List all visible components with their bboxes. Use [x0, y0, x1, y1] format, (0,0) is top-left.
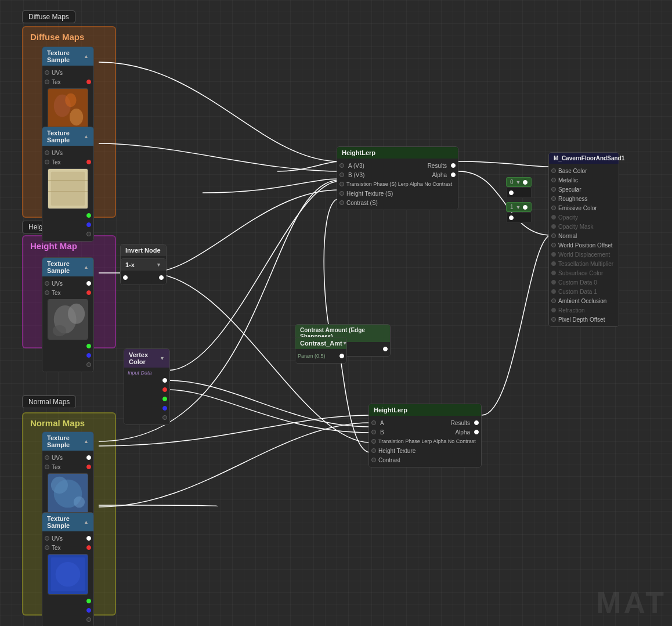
- ts5-tex-row: Tex: [42, 543, 93, 552]
- value-0-node[interactable]: 0 ▼: [506, 177, 532, 198]
- ts1-tex-row: Tex: [42, 77, 93, 87]
- onex-in-pin: [123, 275, 128, 280]
- hl1-trans-row: Transistion Phase (S) Lerp Alpha No Cont…: [337, 179, 458, 189]
- material-header: M_CavernFloorAndSand1: [549, 153, 619, 164]
- height-lerp-2-body: A Results B Alpha Transistion Phase Lerp…: [369, 416, 481, 467]
- mat-opacitymask: Opacity Mask: [549, 222, 619, 231]
- one-minus-x-node[interactable]: 1-x ▼: [120, 258, 167, 285]
- texture-sample-2-node[interactable]: Texture Sample ▲ UVs Tex: [42, 127, 94, 242]
- val1-out2: [509, 215, 514, 220]
- ts2-uvs-row: UVs: [42, 148, 93, 157]
- contrast-param-header: Contrast_Amt ▼: [295, 337, 346, 349]
- ts2-tex-pin: [45, 160, 49, 164]
- ts5-out-row: [42, 596, 93, 606]
- mat-basecolor-pin: [551, 168, 556, 173]
- mat-opacitymask-pin: [551, 224, 556, 229]
- mat-ao-pin: [551, 298, 556, 303]
- mat-worlddisp-pin: [551, 252, 556, 257]
- vc-out-white: [124, 376, 169, 385]
- mat-normal-pin: [551, 233, 556, 238]
- mat-worlddisp: World Displacement: [549, 250, 619, 259]
- mat-opacity-pin: [551, 215, 556, 220]
- texture-sample-1-arrow: ▲: [84, 53, 89, 59]
- material-node[interactable]: M_CavernFloorAndSand1 Base Color Metalli…: [548, 152, 619, 327]
- ts5-out-mask: [86, 617, 91, 622]
- texture-sample-4-arrow: ▲: [84, 438, 89, 444]
- one-minus-x-body: [121, 271, 166, 285]
- svg-point-3: [65, 93, 76, 107]
- ts1-uvs-row: UVs: [42, 68, 93, 77]
- mat-subsurface-pin: [551, 271, 556, 275]
- ts4-uvs-out: [86, 455, 91, 460]
- ts2-out-row: [42, 211, 93, 220]
- hl1-a-in: [339, 163, 344, 168]
- ca-out-pin: [383, 347, 388, 351]
- mat-custom1-pin: [551, 289, 556, 294]
- ts1-tex-pin: [45, 80, 49, 84]
- ts3-out-row: [42, 341, 93, 351]
- hl1-b-in: [339, 172, 344, 177]
- ts1-uvs-pin: [45, 70, 49, 75]
- vertex-color-header: Vertex Color ▼: [124, 349, 169, 368]
- hl1-contrast-row: Contrast (S): [337, 198, 458, 207]
- ts4-texture-preview: [48, 473, 88, 514]
- diffuse-maps-title: Diffuse Maps: [30, 32, 84, 42]
- ts3-out-blue: [86, 353, 91, 358]
- ts2-out-blue: [86, 222, 91, 227]
- ts4-tex-row: Tex: [42, 462, 93, 472]
- contrast-param-node[interactable]: Contrast_Amt ▼ Param (0.5): [295, 337, 347, 364]
- watermark: MAT: [596, 585, 666, 620]
- vc-white-pin: [162, 378, 167, 383]
- diffuse-maps-tab[interactable]: Diffuse Maps: [22, 10, 75, 23]
- mat-ao: Ambient Occlusion: [549, 296, 619, 305]
- svg-point-2: [70, 109, 83, 125]
- normal-maps-title: Normal Maps: [30, 418, 85, 428]
- ts5-out-blue: [86, 608, 91, 613]
- height-lerp-2-node[interactable]: HeightLerp A Results B Alpha Transistion…: [368, 404, 482, 467]
- vertex-color-node[interactable]: Vertex Color ▼ Input Data: [124, 348, 170, 425]
- vc-red-pin: [162, 387, 167, 392]
- normal-maps-tab[interactable]: Normal Maps: [22, 395, 76, 408]
- ts3-uvs-row: UVs: [42, 279, 93, 288]
- ts3-uvs-out: [86, 281, 91, 286]
- hl1-b-row: B (V3) Alpha: [337, 170, 458, 179]
- texture-sample-2-header: Texture Sample ▲: [42, 127, 93, 146]
- cp-label-row: Param (0.5): [295, 351, 346, 361]
- ts5-uvs-out: [86, 536, 91, 541]
- mat-normal: Normal: [549, 231, 619, 240]
- mat-emissive: Emissive Color: [549, 203, 619, 213]
- ts3-texture-preview: [48, 299, 88, 340]
- ts3-tex-out: [86, 290, 91, 295]
- svg-point-10: [68, 304, 85, 324]
- ts2-tex-row: Tex: [42, 157, 93, 167]
- vc-out-green: [124, 394, 169, 404]
- texture-sample-5-arrow: ▲: [84, 519, 89, 525]
- invert-node-header: Invert Node: [121, 244, 166, 256]
- mat-worldpos-pin: [551, 243, 556, 247]
- texture-sample-5-header: Texture Sample ▲: [42, 513, 93, 531]
- onex-pin-row: [121, 273, 166, 282]
- hl1-contrast-in: [339, 200, 344, 205]
- texture-sample-1-header: Texture Sample ▲: [42, 47, 93, 66]
- texture-sample-2-body: UVs Tex: [42, 146, 93, 241]
- ts2-texture-preview: [48, 168, 88, 209]
- mat-worldpos: World Position Offset: [549, 240, 619, 250]
- ts5-tex-pin: [45, 545, 49, 550]
- texture-sample-2-arrow: ▲: [84, 134, 89, 139]
- height-lerp-1-node[interactable]: HeightLerp A (V3) Results B (V3) Alpha T…: [337, 146, 458, 210]
- ts5-out-green: [86, 599, 91, 603]
- texture-sample-3-header: Texture Sample ▲: [42, 258, 93, 276]
- value-1-node[interactable]: 1 ▼: [506, 202, 532, 223]
- hl2-b-row: B Alpha: [369, 427, 481, 437]
- hl2-b-in: [371, 430, 376, 434]
- texture-sample-5-body: UVs Tex: [42, 531, 93, 626]
- texture-sample-5-node[interactable]: Texture Sample ▲ UVs Tex: [42, 512, 94, 626]
- hl2-a-in: [371, 420, 376, 425]
- ts5-texture-preview: [48, 554, 88, 595]
- vc-green-pin: [162, 397, 167, 401]
- hl2-alpha-out: [474, 430, 479, 434]
- hl1-height-in: [339, 191, 344, 196]
- hl1-trans-in: [339, 182, 344, 186]
- hl1-height-row: Height Texture (S): [337, 189, 458, 198]
- texture-sample-3-node[interactable]: Texture Sample ▲ UVs Tex: [42, 257, 94, 372]
